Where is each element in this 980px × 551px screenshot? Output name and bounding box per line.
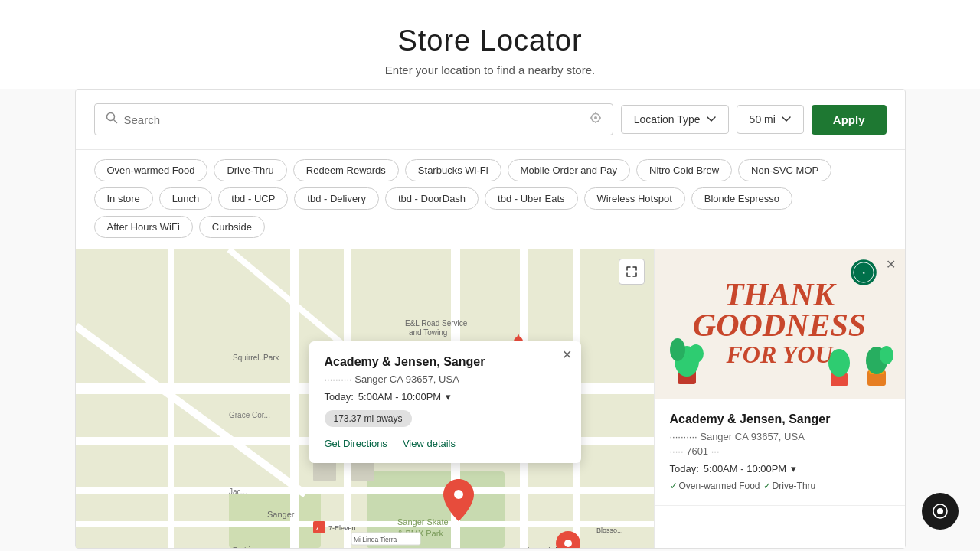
- svg-text:Mi Linda Tierra: Mi Linda Tierra: [354, 536, 397, 543]
- get-directions-button[interactable]: Get Directions: [325, 438, 387, 449]
- distance-dropdown[interactable]: 50 mi: [737, 105, 804, 134]
- page-title: Store Locator: [0, 24, 980, 57]
- apply-button[interactable]: Apply: [812, 105, 887, 135]
- store-card-phone: ····· 7601 ···: [670, 445, 890, 457]
- search-row: Location Type 50 mi Apply: [76, 90, 905, 150]
- filter-tag-3[interactable]: Starbucks Wi-Fi: [405, 159, 501, 181]
- popup-actions: Get Directions View details: [325, 438, 566, 449]
- filter-tags-row: Oven-warmed FoodDrive-ThruRedeem Rewards…: [76, 150, 905, 249]
- filter-tag-7[interactable]: In store: [94, 187, 153, 210]
- filter-tag-15[interactable]: After Hours WiFi: [94, 216, 193, 238]
- svg-point-53: [564, 540, 572, 547]
- svg-text:Grace Cor...: Grace Cor...: [229, 411, 270, 419]
- store-sidebar: ✕ ★: [654, 249, 905, 548]
- filter-tag-14[interactable]: Blonde Espresso: [691, 187, 792, 210]
- search-input[interactable]: [124, 113, 583, 126]
- svg-text:Jac...: Jac...: [229, 487, 247, 496]
- svg-text:E&L Road Service: E&L Road Service: [405, 319, 468, 328]
- chevron-down-icon: [707, 116, 716, 122]
- filter-tag-11[interactable]: tbd - DoorDash: [385, 187, 479, 210]
- filter-tag-6[interactable]: Non-SVC MOP: [738, 159, 831, 181]
- filter-tag-0[interactable]: Oven-warmed Food: [94, 159, 208, 181]
- filter-tag-4[interactable]: Mobile Order and Pay: [508, 159, 630, 181]
- page-subtitle: Enter your location to find a nearby sto…: [0, 64, 980, 77]
- popup-store-name: Academy & Jensen, Sanger: [325, 355, 566, 369]
- feature-drive-thru: ✓Drive-Thru: [763, 481, 816, 491]
- store-card-name: Academy & Jensen, Sanger: [670, 412, 890, 426]
- svg-point-61: [670, 338, 685, 361]
- location-type-dropdown[interactable]: Location Type: [621, 105, 729, 134]
- promo-close-button[interactable]: ✕: [886, 257, 896, 272]
- view-details-button[interactable]: View details: [403, 438, 456, 449]
- hours-chevron-icon[interactable]: ▾: [446, 391, 451, 403]
- promo-banner: ✕ ★: [655, 249, 905, 399]
- store-card: Academy & Jensen, Sanger ·········· Sang…: [655, 399, 905, 506]
- filter-tag-5[interactable]: Nitro Cold Brew: [636, 159, 732, 181]
- store-card-hours: Today: 5:00AM - 10:00PM ▾: [670, 463, 890, 474]
- svg-text:Fastrip: Fastrip: [233, 546, 254, 548]
- popup-address: ·········· Sanger CA 93657, USA: [325, 373, 566, 385]
- svg-text:7: 7: [315, 525, 319, 532]
- svg-text:7-Eleven: 7-Eleven: [328, 524, 356, 532]
- map-expand-button[interactable]: [619, 259, 645, 285]
- filter-tag-12[interactable]: tbd - Uber Eats: [485, 187, 577, 210]
- svg-point-71: [937, 508, 943, 514]
- svg-point-66: [880, 346, 893, 364]
- filter-tag-10[interactable]: tbd - Delivery: [294, 187, 379, 210]
- map-popup: ✕ Academy & Jensen, Sanger ·········· Sa…: [309, 341, 581, 463]
- svg-line-1: [113, 120, 116, 123]
- location-icon[interactable]: [590, 112, 602, 127]
- popup-hours: Today: 5:00AM - 10:00PM ▾: [325, 391, 566, 403]
- svg-rect-13: [76, 487, 654, 494]
- filter-tag-16[interactable]: Curbside: [199, 216, 265, 238]
- chevron-down-icon-2: [782, 116, 791, 122]
- svg-text:Sanger Skate: Sanger Skate: [397, 517, 449, 527]
- store-card-hours-chevron-icon[interactable]: ▾: [791, 463, 796, 474]
- store-card-address: ·········· Sanger CA 93657, USA: [670, 431, 890, 442]
- feature-oven-food: ✓Oven-warmed Food: [670, 481, 760, 491]
- svg-point-51: [454, 490, 463, 499]
- content-area: Sanger Skate & BMX Park Cesar Chavez Par…: [76, 249, 905, 548]
- svg-rect-15: [290, 249, 299, 548]
- svg-text:and Towing: and Towing: [409, 328, 447, 337]
- map-area: Sanger Skate & BMX Park Cesar Chavez Par…: [76, 249, 654, 548]
- search-icon: [106, 112, 118, 127]
- svg-point-3: [594, 116, 597, 119]
- map-popup-close-button[interactable]: ✕: [562, 349, 572, 361]
- filter-tag-8[interactable]: Lunch: [159, 187, 212, 210]
- svg-text:Sanger: Sanger: [267, 510, 295, 519]
- filter-tag-13[interactable]: Wireless Hotspot: [584, 187, 685, 210]
- expand-icon: [626, 266, 638, 278]
- svg-rect-14: [76, 521, 654, 527]
- filter-tag-2[interactable]: Redeem Rewards: [293, 159, 399, 181]
- promo-text: THANK GOODNESS FOR YOU: [693, 280, 866, 368]
- store-card-features: ✓Oven-warmed Food ✓Drive-Thru: [670, 481, 890, 491]
- filter-tag-1[interactable]: Drive-Thru: [214, 159, 286, 181]
- chat-icon: [932, 503, 949, 520]
- chat-button[interactable]: [922, 493, 959, 530]
- svg-text:Blosso...: Blosso...: [596, 527, 623, 534]
- popup-distance-badge: 173.37 mi aways: [325, 410, 412, 427]
- svg-text:Squirrel..Park: Squirrel..Park: [233, 354, 280, 362]
- filter-tag-9[interactable]: tbd - UCP: [218, 187, 288, 210]
- search-input-wrapper: [94, 103, 613, 135]
